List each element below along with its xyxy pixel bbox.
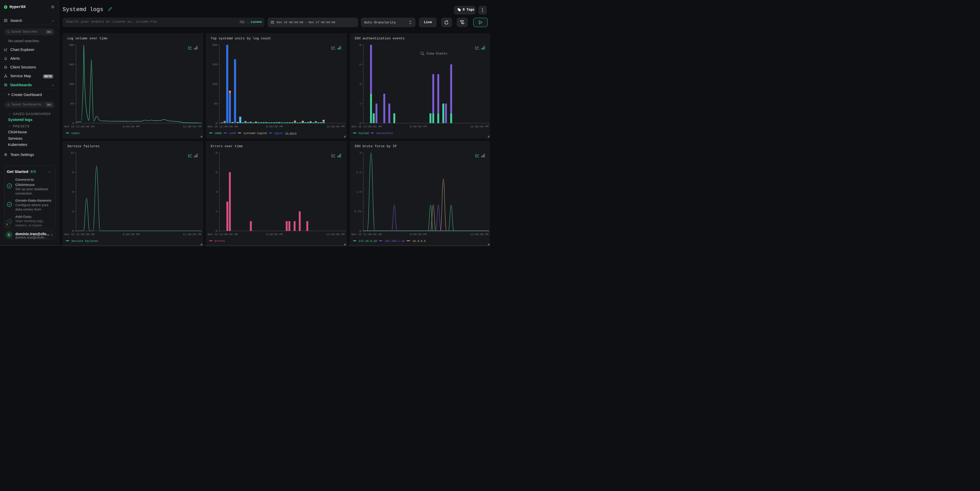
svg-text:11:00:00 PM: 11:00:00 PM bbox=[470, 233, 488, 236]
svg-text:count: count bbox=[72, 132, 80, 135]
svg-text:0: 0 bbox=[72, 122, 74, 125]
svg-text:9:00:00 PM: 9:00:00 PM bbox=[266, 233, 283, 236]
svg-text:12: 12 bbox=[70, 151, 74, 154]
svg-text:192.168.1.10: 192.168.1.10 bbox=[385, 239, 405, 242]
svg-text:8: 8 bbox=[360, 43, 361, 46]
svg-text:9:00:00 PM: 9:00:00 PM bbox=[123, 233, 140, 236]
svg-text:95: 95 bbox=[214, 102, 217, 105]
svg-text:1.5: 1.5 bbox=[356, 191, 361, 194]
svg-text:0: 0 bbox=[216, 122, 217, 125]
svg-text:2.3: 2.3 bbox=[356, 171, 361, 174]
svg-text:9:00:00 PM: 9:00:00 PM bbox=[123, 125, 140, 128]
svg-text:11:00:00 PM: 11:00:00 PM bbox=[183, 125, 201, 128]
svg-text:285: 285 bbox=[69, 63, 74, 66]
svg-text:0.75: 0.75 bbox=[355, 210, 361, 213]
svg-text:Nov 15 12:00:00 AM: Nov 15 12:00:00 AM bbox=[352, 125, 382, 128]
svg-text:285: 285 bbox=[212, 63, 217, 66]
svg-text:3: 3 bbox=[360, 151, 361, 154]
svg-text:0: 0 bbox=[216, 230, 217, 233]
svg-text:11:00:00 PM: 11:00:00 PM bbox=[183, 233, 201, 236]
svg-text:9:00:00 PM: 9:00:00 PM bbox=[410, 125, 427, 128]
svg-text:6: 6 bbox=[216, 171, 217, 174]
svg-text:Successful: Successful bbox=[376, 132, 393, 135]
svg-text:Nov 15 12:00:00 AM: Nov 15 12:00:00 AM bbox=[64, 233, 94, 236]
svg-text:0: 0 bbox=[360, 230, 361, 233]
svg-text:9: 9 bbox=[72, 171, 74, 174]
svg-text:6: 6 bbox=[72, 191, 74, 194]
svg-text:2: 2 bbox=[216, 210, 217, 213]
svg-text:4: 4 bbox=[216, 191, 217, 194]
svg-text:SSH authentication events: SSH authentication events bbox=[355, 37, 405, 40]
svg-text:11:00:00 PM: 11:00:00 PM bbox=[326, 125, 345, 128]
svg-text:Failed: Failed bbox=[359, 132, 369, 135]
svg-text:9:00:00 PM: 9:00:00 PM bbox=[410, 233, 427, 236]
svg-text:95: 95 bbox=[70, 102, 74, 105]
svg-text:sshd: sshd bbox=[229, 132, 236, 135]
svg-text:Nov 15 12:00:00 AM: Nov 15 12:00:00 AM bbox=[208, 233, 238, 236]
svg-text:CRON: CRON bbox=[215, 132, 221, 135]
svg-text:Log volume over time: Log volume over time bbox=[67, 37, 108, 40]
svg-text:4: 4 bbox=[360, 83, 361, 86]
svg-text:11:00:00 PM: 11:00:00 PM bbox=[470, 125, 488, 128]
svg-text:11:00:00 PM: 11:00:00 PM bbox=[326, 233, 345, 236]
svg-text:Errors: Errors bbox=[215, 239, 225, 242]
svg-text:3: 3 bbox=[72, 210, 74, 213]
svg-text:Errors over time: Errors over time bbox=[211, 145, 243, 148]
svg-text:380: 380 bbox=[69, 43, 74, 46]
svg-text:2: 2 bbox=[360, 102, 361, 105]
svg-text:+3 more: +3 more bbox=[285, 132, 296, 135]
svg-text:SSH brute force by IP: SSH brute force by IP bbox=[355, 145, 397, 148]
svg-text:View Events: View Events bbox=[426, 52, 447, 56]
svg-text:Nov 15 12:00:00 AM: Nov 15 12:00:00 AM bbox=[352, 233, 382, 236]
svg-text:0: 0 bbox=[72, 230, 74, 233]
svg-text:systemd-logind: systemd-logind bbox=[243, 132, 267, 135]
svg-text:6: 6 bbox=[360, 63, 361, 66]
svg-text:0: 0 bbox=[360, 122, 361, 125]
svg-text:Top systemd units by log count: Top systemd units by log count bbox=[211, 37, 271, 40]
svg-text:190: 190 bbox=[69, 83, 74, 86]
svg-text:Nov 15 12:00:00 AM: Nov 15 12:00:00 AM bbox=[64, 125, 94, 128]
svg-text:nginx: nginx bbox=[274, 132, 283, 135]
svg-text:380: 380 bbox=[212, 43, 217, 46]
svg-text:172.16.0.20: 172.16.0.20 bbox=[359, 239, 377, 242]
svg-text:Service failures: Service failures bbox=[67, 145, 100, 148]
svg-text:9:00:00 PM: 9:00:00 PM bbox=[266, 125, 283, 128]
svg-text:Service failures: Service failures bbox=[72, 239, 98, 242]
svg-text:10.0.0.5: 10.0.0.5 bbox=[412, 239, 426, 242]
svg-text:8: 8 bbox=[216, 151, 217, 154]
svg-text:Nov 15 12:00:00 AM: Nov 15 12:00:00 AM bbox=[208, 125, 238, 128]
svg-text:190: 190 bbox=[212, 83, 217, 86]
